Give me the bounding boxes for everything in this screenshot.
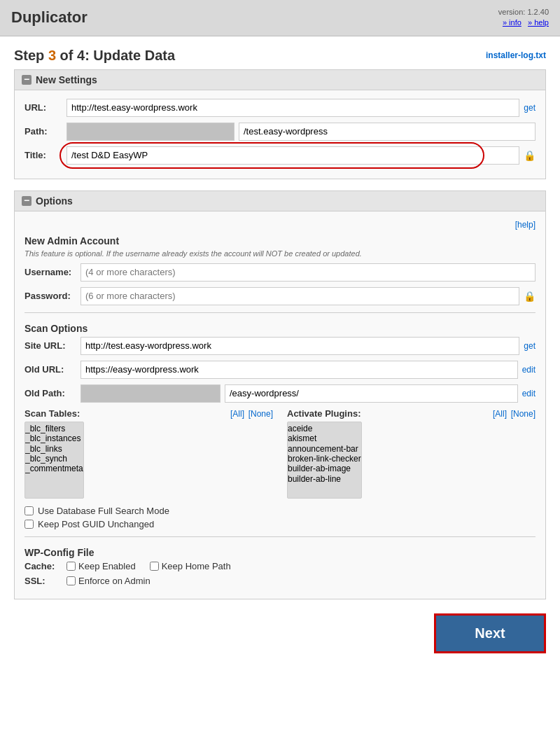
cache-keep-home-checkbox[interactable] — [150, 562, 159, 571]
list-item[interactable]: _blc_instances — [25, 433, 83, 443]
path-label: Path: — [24, 126, 66, 137]
next-button[interactable]: Next — [434, 613, 546, 653]
new-settings-header: − New Settings — [15, 70, 545, 90]
header-links: » info » help — [498, 18, 549, 28]
path-input-wrap — [66, 123, 536, 141]
path-input[interactable] — [239, 123, 536, 141]
collapse-options-icon[interactable]: − — [22, 196, 31, 206]
divider-2 — [24, 536, 536, 537]
username-input-wrap — [80, 263, 536, 282]
options-title: Options — [36, 195, 73, 207]
site-url-row: Site URL: get — [24, 337, 536, 355]
site-url-label: Site URL: — [24, 340, 80, 351]
activate-plugins-actions: [All] [None] — [491, 408, 536, 419]
collapse-new-settings-icon[interactable]: − — [22, 75, 31, 85]
step-heading: Step 3 of 4: Update Data installer-log.t… — [14, 48, 546, 64]
list-item[interactable]: announcement-bar — [288, 444, 361, 454]
activate-plugins-title: Activate Plugins: — [287, 408, 360, 419]
title-row: Title: 🔒 — [24, 146, 536, 165]
ssl-options: Enforce on Admin — [66, 576, 150, 586]
db-full-search-checkbox[interactable] — [24, 506, 34, 515]
scan-options-title: Scan Options — [24, 323, 536, 334]
title-input[interactable] — [66, 146, 519, 165]
list-item[interactable]: _commentmeta — [25, 464, 83, 473]
content-area: Step 3 of 4: Update Data installer-log.t… — [0, 36, 560, 679]
cache-row: Cache: Keep Enabled Keep Home Path — [24, 561, 536, 571]
admin-account-title: New Admin Account — [24, 235, 536, 247]
info-link[interactable]: » info — [503, 18, 522, 27]
old-path-blurred — [80, 384, 220, 403]
scan-tables-title: Scan Tables: — [24, 408, 80, 419]
password-input[interactable] — [80, 287, 519, 305]
list-item[interactable]: builder-ab-image — [288, 464, 361, 473]
options-body: [help] New Admin Account This feature is… — [15, 211, 545, 599]
step-heading-text: Step 3 of 4: Update Data — [14, 48, 175, 64]
cache-label: Cache: — [24, 561, 66, 571]
list-item[interactable]: broken-link-checker — [288, 454, 361, 464]
username-input[interactable] — [80, 263, 536, 282]
installer-log-link[interactable]: installer-log.txt — [486, 50, 546, 60]
list-item[interactable]: aceide — [288, 424, 361, 433]
list-item[interactable]: _blc_synch — [25, 454, 83, 464]
cache-keep-home-option: Keep Home Path — [150, 561, 231, 571]
next-button-wrap: Next — [14, 613, 546, 667]
keep-guid-row: Keep Post GUID Unchanged — [24, 519, 536, 529]
wp-config-title: WP-Config File — [24, 547, 536, 558]
url-label: URL: — [24, 102, 66, 113]
dual-list-wrap: Scan Tables: [All] [None] _blc_filters _… — [24, 408, 536, 499]
scan-tables-none-link[interactable]: [None] — [248, 409, 273, 419]
help-link[interactable]: » help — [528, 18, 549, 27]
list-item[interactable]: akismet — [288, 433, 361, 443]
options-help-link[interactable]: [help] — [515, 220, 536, 230]
ssl-enforce-admin-checkbox[interactable] — [66, 576, 76, 585]
site-url-input[interactable] — [80, 337, 519, 355]
title-lock-icon: 🔒 — [524, 150, 536, 161]
scan-tables-select[interactable]: _blc_filters _blc_instances _blc_links _… — [24, 422, 84, 499]
old-url-edit-link[interactable]: edit — [522, 365, 536, 375]
old-path-input-wrap: edit — [80, 384, 536, 403]
username-label: Username: — [24, 267, 80, 277]
new-settings-title: New Settings — [36, 74, 97, 85]
scan-tables-all-link[interactable]: [All] — [230, 409, 244, 419]
cache-keep-enabled-checkbox[interactable] — [66, 562, 76, 571]
old-url-label: Old URL: — [24, 364, 80, 375]
list-item[interactable]: builder-ab-line — [288, 474, 361, 484]
title-input-wrap: 🔒 — [66, 146, 536, 165]
site-url-get-link[interactable]: get — [524, 341, 536, 351]
url-input[interactable] — [66, 99, 519, 117]
activate-plugins-group: Activate Plugins: [All] [None] aceide ak… — [287, 408, 536, 499]
header: Duplicator version: 1.2.40 » info » help — [0, 0, 560, 36]
old-path-input[interactable] — [225, 384, 518, 403]
new-settings-body: URL: get Path: Title: — [15, 90, 545, 179]
activate-plugins-all-link[interactable]: [All] — [493, 409, 507, 419]
version-info: version: 1.2.40 » info » help — [498, 7, 549, 29]
new-settings-panel: − New Settings URL: get Path: — [14, 69, 546, 179]
step-pre: Step — [14, 48, 48, 63]
activate-plugins-none-link[interactable]: [None] — [511, 409, 536, 419]
cache-options: Keep Enabled Keep Home Path — [66, 561, 231, 571]
keep-guid-checkbox[interactable] — [24, 520, 34, 529]
activate-plugins-select[interactable]: aceide akismet announcement-bar broken-l… — [287, 422, 362, 499]
old-url-input[interactable] — [80, 361, 518, 379]
old-path-row: Old Path: edit — [24, 384, 536, 403]
list-item[interactable]: _blc_links — [25, 444, 83, 454]
cache-keep-enabled-option: Keep Enabled — [66, 561, 136, 571]
cache-keep-home-label[interactable]: Keep Home Path — [162, 561, 231, 571]
old-url-row: Old URL: edit — [24, 361, 536, 379]
keep-guid-label[interactable]: Keep Post GUID Unchanged — [38, 519, 154, 529]
version-label: version: 1.2.40 — [498, 7, 549, 18]
options-panel: − Options [help] New Admin Account This … — [14, 190, 546, 599]
title-label: Title: — [24, 150, 66, 160]
ssl-enforce-admin-label[interactable]: Enforce on Admin — [78, 576, 150, 586]
db-full-search-label[interactable]: Use Database Full Search Mode — [38, 506, 169, 516]
url-get-link[interactable]: get — [524, 103, 536, 113]
url-row: URL: get — [24, 99, 536, 117]
activate-plugins-header: Activate Plugins: [All] [None] — [287, 408, 536, 419]
username-row: Username: — [24, 263, 536, 282]
old-path-edit-link[interactable]: edit — [522, 389, 536, 398]
cache-keep-enabled-label[interactable]: Keep Enabled — [78, 561, 136, 571]
list-item[interactable]: _blc_filters — [25, 424, 83, 433]
scan-tables-header: Scan Tables: [All] [None] — [24, 408, 273, 419]
db-full-search-row: Use Database Full Search Mode — [24, 506, 536, 516]
options-header: − Options — [15, 191, 545, 211]
